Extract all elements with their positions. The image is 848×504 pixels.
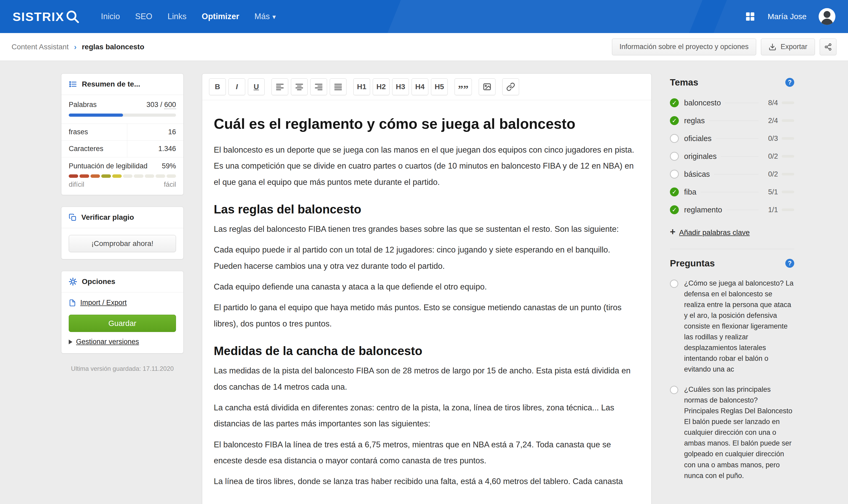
- editor-block[interactable]: Cada equipo defiende una canasta y ataca…: [214, 279, 640, 295]
- h5-button[interactable]: H5: [431, 78, 448, 95]
- h2-button[interactable]: H2: [373, 78, 390, 95]
- nav-item[interactable]: Optimizer: [202, 12, 239, 21]
- copy-icon: [69, 213, 77, 221]
- leader-line: [701, 192, 759, 192]
- readability-label: Puntuación de legibilidad: [69, 162, 147, 170]
- readability-segment: [123, 174, 132, 178]
- readability-scale: [69, 174, 176, 178]
- topic-progress-bar: [782, 191, 794, 193]
- summary-stat-row: Caracteres 1.346: [61, 140, 183, 157]
- sistrix-logo[interactable]: SISTRIX: [13, 9, 80, 24]
- editor-block[interactable]: Las medidas de la pista del baloncesto F…: [214, 363, 640, 395]
- image-icon: [483, 82, 491, 91]
- options-card-title: Opciones: [82, 277, 115, 286]
- question-item[interactable]: ¿Cuáles son las principales normas de ba…: [670, 384, 794, 481]
- right-sidebar: Temas baloncesto 8/4 reglas 2/4: [670, 73, 794, 481]
- editor-block[interactable]: La cancha está dividida en diferentes zo…: [214, 400, 640, 432]
- editor-block[interactable]: La línea de tiros libres, donde se lanza…: [214, 473, 640, 489]
- align-justify-button[interactable]: [330, 78, 346, 95]
- blockquote-button[interactable]: ””: [454, 78, 472, 95]
- readability-segment: [90, 174, 100, 178]
- readability-segment: [156, 174, 165, 178]
- nav-item[interactable]: Inicio: [101, 12, 120, 21]
- breadcrumb-parent[interactable]: Content Assistant: [12, 43, 69, 51]
- topic-row: reglamento 1/1: [670, 201, 794, 219]
- topic-check-icon: [670, 134, 679, 143]
- h4-button[interactable]: H4: [412, 78, 428, 95]
- insert-image-button[interactable]: [479, 78, 495, 95]
- words-target[interactable]: 600: [164, 101, 176, 109]
- h1-button[interactable]: H1: [353, 78, 370, 95]
- topics-help-icon[interactable]: [785, 78, 794, 87]
- breadcrumb-chevron-icon: [74, 42, 77, 51]
- nav-item[interactable]: Links: [168, 12, 186, 21]
- project-info-button[interactable]: Información sobre el proyecto y opciones: [612, 39, 756, 55]
- file-icon: [69, 299, 76, 307]
- check-plagiarism-button[interactable]: ¡Comprobar ahora!: [69, 235, 176, 252]
- bold-button[interactable]: B: [209, 78, 226, 95]
- questions-list: ¿Cómo se juega al baloncesto? La defensa…: [670, 278, 794, 481]
- topic-progress-bar: [782, 119, 794, 122]
- manage-versions-link[interactable]: Gestionar versiones: [61, 334, 183, 353]
- import-export-link[interactable]: Import / Export: [61, 292, 183, 309]
- question-check-icon: [670, 280, 678, 288]
- questions-title: Preguntas: [670, 258, 715, 269]
- editor-block[interactable]: Las reglas del baloncesto: [214, 202, 640, 216]
- save-button[interactable]: Guardar: [69, 315, 176, 332]
- topic-progress-bar: [782, 173, 794, 176]
- questions-help-icon[interactable]: [785, 259, 794, 268]
- insert-link-button[interactable]: [502, 78, 519, 95]
- readability-segment: [112, 174, 122, 178]
- readability-segment: [101, 174, 111, 178]
- triangle-right-icon: [69, 340, 72, 344]
- avatar[interactable]: [818, 8, 835, 25]
- words-label: Palabras: [69, 101, 97, 109]
- editor-block[interactable]: El baloncesto es un deporte que se juega…: [214, 142, 640, 190]
- apps-grid-icon[interactable]: [745, 11, 756, 22]
- magnifier-icon: [64, 9, 80, 24]
- topic-check-icon: [670, 187, 679, 196]
- editor-content[interactable]: Cuál es el reglamento y cómo se juega al…: [202, 100, 651, 504]
- list-icon: [69, 80, 77, 88]
- align-left-button[interactable]: [271, 78, 288, 95]
- leader-line: [721, 156, 759, 157]
- plus-icon: [670, 228, 675, 237]
- topic-check-icon: [670, 170, 679, 179]
- underline-button[interactable]: U: [248, 78, 265, 95]
- top-navbar: SISTRIX Inicio SEO Links: [0, 0, 848, 33]
- readability-segment: [79, 174, 89, 178]
- align-right-button[interactable]: [310, 78, 327, 95]
- export-button[interactable]: Exportar: [761, 39, 815, 55]
- topic-row: originales 0/2: [670, 147, 794, 165]
- user-menu[interactable]: María Jose: [768, 12, 807, 21]
- topic-row: básicas 0/2: [670, 165, 794, 183]
- editor-block[interactable]: Las reglas del baloncesto FIBA tienen tr…: [214, 221, 640, 237]
- words-progress-bar: [69, 113, 176, 117]
- editor-card: B I U: [202, 73, 652, 504]
- italic-button[interactable]: I: [229, 78, 245, 95]
- topic-progress-bar: [782, 137, 794, 140]
- h3-button[interactable]: H3: [392, 78, 409, 95]
- topic-row: oficiales 0/3: [670, 129, 794, 147]
- readability-segment: [134, 174, 143, 178]
- question-item[interactable]: ¿Cómo se juega al baloncesto? La defensa…: [670, 278, 794, 375]
- align-center-button[interactable]: [291, 78, 308, 95]
- topic-progress-bar: [782, 102, 794, 104]
- share-button[interactable]: [820, 39, 836, 55]
- nav-item[interactable]: SEO: [135, 12, 152, 21]
- editor-block[interactable]: Cada equipo puede ir al partido con un t…: [214, 242, 640, 274]
- editor-block[interactable]: El partido lo gana el equipo que haya me…: [214, 300, 640, 332]
- align-center-icon: [295, 82, 304, 91]
- editor-block[interactable]: El baloncesto FIBA la línea de tres está…: [214, 437, 640, 469]
- topic-check-icon: [670, 205, 679, 214]
- topic-progress-bar: [782, 155, 794, 158]
- scale-left-label: difícil: [69, 180, 84, 188]
- editor-block[interactable]: Medidas de la cancha de baloncesto: [214, 344, 640, 358]
- nav-item[interactable]: Más: [254, 12, 276, 21]
- left-sidebar: Resumen de te... Palabras 303 / 600 fras…: [61, 73, 184, 372]
- add-keywords-link[interactable]: Añadir palabras clave: [670, 228, 794, 237]
- topic-check-icon: [670, 152, 679, 161]
- download-icon: [769, 43, 776, 51]
- question-check-icon: [670, 386, 678, 394]
- editor-block[interactable]: Cuál es el reglamento y cómo se juega al…: [214, 115, 640, 133]
